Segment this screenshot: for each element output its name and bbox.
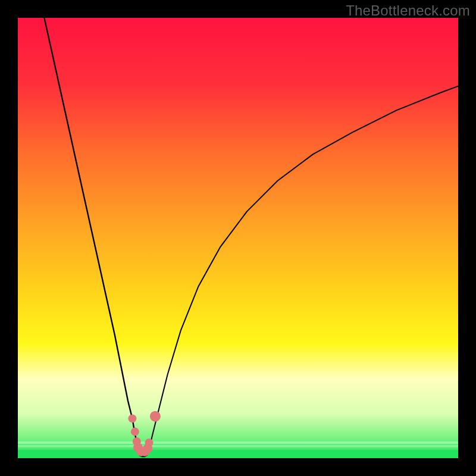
chart-canvas	[18, 18, 458, 458]
outer-frame: TheBottleneck.com	[0, 0, 476, 476]
valley-marker	[131, 428, 139, 436]
heat-gradient	[18, 18, 458, 458]
plot-area	[18, 18, 458, 458]
svg-rect-0	[18, 441, 458, 444]
watermark-label: TheBottleneck.com	[346, 2, 470, 19]
svg-rect-4	[18, 450, 458, 458]
valley-marker	[128, 414, 136, 422]
svg-rect-1	[18, 445, 458, 447]
valley-marker	[145, 439, 154, 447]
valley-marker	[150, 411, 161, 422]
